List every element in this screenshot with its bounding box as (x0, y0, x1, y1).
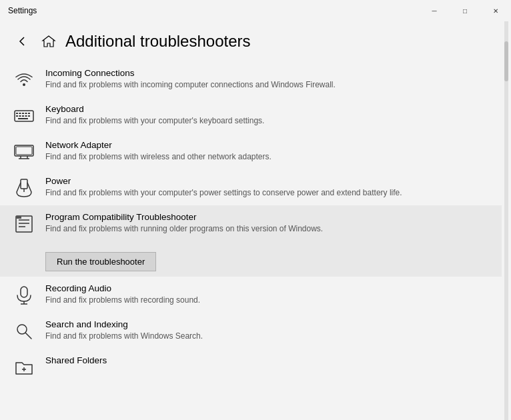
network-adapter-text: Network Adapter Find and fix problems wi… (45, 140, 498, 163)
item-title: Program Compatibility Troubleshooter (45, 212, 498, 222)
svg-rect-4 (22, 113, 24, 114)
power-text: Power Find and fix problems with your co… (45, 176, 498, 199)
svg-rect-14 (16, 147, 32, 155)
svg-rect-3 (19, 113, 21, 114)
svg-rect-10 (25, 115, 27, 117)
network-adapter-icon (13, 141, 35, 163)
window-title: Settings (8, 6, 37, 15)
svg-rect-5 (25, 113, 27, 114)
svg-rect-7 (16, 115, 18, 117)
item-title: Search and Indexing (45, 319, 498, 329)
svg-rect-25 (21, 287, 27, 297)
power-icon (13, 177, 35, 199)
scrollbar[interactable] (502, 21, 511, 420)
item-desc: Find and fix problems with Windows Searc… (45, 331, 498, 342)
run-troubleshooter-button[interactable]: Run the troubleshooter (45, 252, 156, 271)
shared-folders-icon (13, 357, 35, 378)
troubleshooter-list: Incoming Connections Find and fix proble… (0, 61, 511, 385)
svg-rect-24 (16, 216, 21, 219)
item-title: Incoming Connections (45, 68, 498, 78)
svg-rect-12 (18, 118, 28, 119)
program-compat-text: Program Compatibility Troubleshooter Fin… (45, 212, 498, 235)
item-top-row: Program Compatibility Troubleshooter Fin… (13, 212, 498, 235)
list-item[interactable]: Shared Folders (0, 349, 511, 385)
item-title: Power (45, 176, 498, 186)
home-icon (41, 34, 56, 49)
title-bar-left: Settings (8, 6, 37, 15)
item-desc: Find and fix problems with wireless and … (45, 151, 498, 163)
search-indexing-icon (13, 321, 35, 342)
svg-rect-8 (19, 115, 21, 117)
close-button[interactable]: ✕ (480, 0, 511, 21)
item-title: Keyboard (45, 104, 498, 114)
scrollbar-thumb[interactable] (504, 41, 508, 81)
incoming-connections-icon (13, 69, 35, 91)
list-item[interactable]: Power Find and fix problems with your co… (0, 169, 511, 205)
svg-point-28 (17, 325, 27, 334)
list-item[interactable]: Incoming Connections Find and fix proble… (0, 61, 511, 97)
keyboard-icon (13, 105, 35, 127)
shared-folders-text: Shared Folders (45, 355, 498, 367)
back-button[interactable] (13, 32, 32, 51)
list-item[interactable]: Search and Indexing Find and fix problem… (0, 313, 511, 349)
list-item[interactable]: Recording Audio Find and fix problems wi… (0, 277, 511, 313)
list-item[interactable]: Keyboard Find and fix problems with your… (0, 97, 511, 133)
recording-audio-text: Recording Audio Find and fix problems wi… (45, 283, 498, 306)
maximize-button[interactable]: □ (450, 0, 480, 21)
item-desc: Find and fix problems with incoming comp… (45, 79, 498, 91)
svg-rect-9 (22, 115, 24, 117)
svg-rect-2 (16, 113, 18, 114)
title-bar: Settings ─ □ ✕ (0, 0, 511, 21)
main-content: Additional troubleshooters Incoming Conn… (0, 21, 511, 420)
item-title: Recording Audio (45, 283, 498, 293)
content-area: Additional troubleshooters Incoming Conn… (0, 21, 511, 420)
svg-rect-11 (28, 115, 30, 117)
minimize-button[interactable]: ─ (419, 0, 450, 21)
incoming-connections-text: Incoming Connections Find and fix proble… (45, 68, 498, 91)
svg-line-29 (26, 333, 32, 339)
scrollbar-track (504, 21, 508, 420)
back-icon (18, 37, 27, 46)
item-desc: Find and fix problems with recording sou… (45, 295, 498, 306)
svg-rect-18 (21, 179, 27, 189)
search-indexing-text: Search and Indexing Find and fix problem… (45, 319, 498, 342)
item-desc: Find and fix problems with running older… (45, 223, 498, 235)
recording-audio-icon (13, 285, 35, 306)
item-desc: Find and fix problems with your computer… (45, 115, 498, 127)
page-title: Additional troubleshooters (65, 32, 251, 51)
item-desc: Find and fix problems with your computer… (45, 187, 498, 199)
svg-rect-6 (28, 113, 30, 114)
program-compat-icon (13, 213, 35, 235)
svg-point-0 (23, 83, 25, 86)
title-bar-controls: ─ □ ✕ (419, 0, 511, 21)
page-header: Additional troubleshooters (0, 21, 511, 61)
item-title: Shared Folders (45, 355, 498, 365)
item-title: Network Adapter (45, 140, 498, 150)
keyboard-text: Keyboard Find and fix problems with your… (45, 104, 498, 127)
list-item-expanded[interactable]: Program Compatibility Troubleshooter Fin… (0, 205, 511, 277)
list-item[interactable]: Network Adapter Find and fix problems wi… (0, 133, 511, 169)
